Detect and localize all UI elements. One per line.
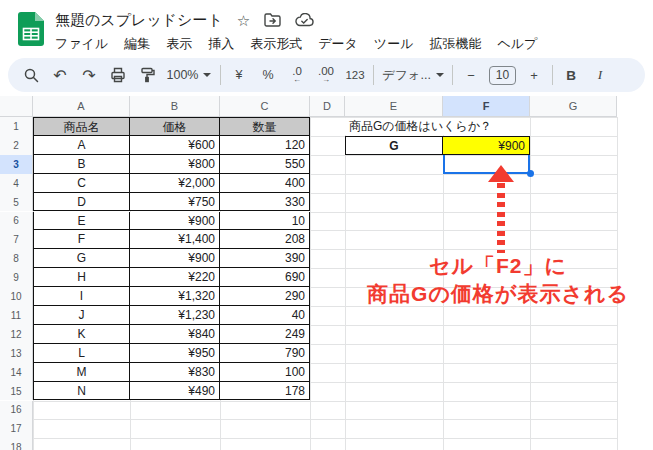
select-all-corner[interactable] — [0, 96, 33, 117]
column-header-F[interactable]: F — [443, 96, 530, 117]
menu-tools[interactable]: ツール — [366, 33, 422, 55]
redo-icon[interactable]: ↷ — [78, 63, 100, 87]
cell-B8[interactable]: ¥900 — [130, 249, 220, 268]
cell-A11[interactable]: J — [33, 306, 130, 325]
cell-B5[interactable]: ¥750 — [130, 193, 220, 212]
cell-C4[interactable]: 400 — [220, 174, 310, 193]
cell-C5[interactable]: 330 — [220, 193, 310, 212]
row-header-6[interactable]: 6 — [0, 212, 33, 231]
decrease-decimal-button[interactable]: .0← — [286, 63, 308, 87]
cell-C6[interactable]: 10 — [220, 212, 310, 231]
cell-C3[interactable]: 550 — [220, 155, 310, 174]
cell-A4[interactable]: C — [33, 174, 130, 193]
column-header-G[interactable]: G — [530, 96, 617, 117]
italic-button[interactable]: I — [589, 63, 611, 87]
cell-C8[interactable]: 390 — [220, 249, 310, 268]
bold-button[interactable]: B — [560, 63, 582, 87]
cell-A6[interactable]: E — [33, 212, 130, 231]
row-header-15[interactable]: 15 — [0, 382, 33, 401]
column-header-A[interactable]: A — [33, 96, 130, 117]
row-header-13[interactable]: 13 — [0, 344, 33, 363]
cell-A2[interactable]: A — [33, 136, 130, 155]
row-header-18[interactable]: 18 — [0, 438, 33, 450]
cell-A10[interactable]: I — [33, 287, 130, 306]
zoom-select[interactable]: 100% — [165, 63, 213, 87]
print-icon[interactable] — [107, 63, 129, 87]
undo-icon[interactable]: ↶ — [49, 63, 71, 87]
format-percent-button[interactable]: % — [257, 63, 279, 87]
cell-A12[interactable]: K — [33, 325, 130, 344]
cell-C7[interactable]: 208 — [220, 230, 310, 249]
cloud-saved-icon[interactable] — [295, 13, 314, 27]
font-size-input[interactable]: 10 — [489, 66, 516, 85]
row-header-1[interactable]: 1 — [0, 117, 33, 136]
menu-insert[interactable]: 挿入 — [200, 33, 242, 55]
menu-file[interactable]: ファイル — [47, 33, 116, 55]
format-currency-button[interactable]: ¥ — [228, 63, 250, 87]
cell-B12[interactable]: ¥840 — [130, 325, 220, 344]
cell-E1-question[interactable]: 商品Gの価格はいくらか？ — [345, 118, 496, 135]
row-header-10[interactable]: 10 — [0, 287, 33, 306]
sheets-logo[interactable] — [18, 12, 44, 46]
cell-B6[interactable]: ¥900 — [130, 212, 220, 231]
row-header-8[interactable]: 8 — [0, 249, 33, 268]
row-header-3[interactable]: 3 — [0, 155, 33, 174]
cell-B3[interactable]: ¥800 — [130, 155, 220, 174]
cell-B13[interactable]: ¥950 — [130, 344, 220, 363]
column-header-B[interactable]: B — [130, 96, 220, 117]
row-header-17[interactable]: 17 — [0, 419, 33, 438]
cell-B4[interactable]: ¥2,000 — [130, 174, 220, 193]
font-select[interactable]: デフォ... — [381, 63, 445, 87]
row-header-9[interactable]: 9 — [0, 268, 33, 287]
cell-A8[interactable]: G — [33, 249, 130, 268]
cell-C12[interactable]: 249 — [220, 325, 310, 344]
cell-B7[interactable]: ¥1,400 — [130, 230, 220, 249]
increase-font-size-button[interactable]: + — [523, 63, 545, 87]
row-header-2[interactable]: 2 — [0, 136, 33, 155]
decrease-font-size-button[interactable]: − — [460, 63, 482, 87]
cell-B14[interactable]: ¥830 — [130, 363, 220, 382]
cell-A13[interactable]: L — [33, 344, 130, 363]
star-icon[interactable]: ☆ — [237, 13, 250, 28]
menu-extensions[interactable]: 拡張機能 — [421, 33, 489, 55]
cell-C10[interactable]: 290 — [220, 287, 310, 306]
cell-C13[interactable]: 790 — [220, 344, 310, 363]
increase-decimal-button[interactable]: .00→ — [315, 63, 337, 87]
row-header-4[interactable]: 4 — [0, 174, 33, 193]
fill-handle[interactable] — [527, 170, 534, 177]
cell-A5[interactable]: D — [33, 193, 130, 212]
paint-format-icon[interactable] — [136, 63, 158, 87]
column-header-D[interactable]: D — [310, 96, 345, 117]
row-header-7[interactable]: 7 — [0, 230, 33, 249]
cell-A14[interactable]: M — [33, 363, 130, 382]
cell-C14[interactable]: 100 — [220, 363, 310, 382]
cell-F2-answer[interactable]: ¥900 — [443, 136, 530, 155]
menu-edit[interactable]: 編集 — [116, 33, 158, 55]
cell-C15[interactable]: 178 — [220, 382, 310, 401]
cell-C11[interactable]: 40 — [220, 306, 310, 325]
row-header-14[interactable]: 14 — [0, 363, 33, 382]
cell-B1[interactable]: 価格 — [130, 117, 220, 136]
menu-format[interactable]: 表示形式 — [242, 33, 310, 55]
cell-B9[interactable]: ¥220 — [130, 268, 220, 287]
search-icon[interactable] — [20, 63, 42, 87]
menu-help[interactable]: ヘルプ — [489, 33, 545, 55]
cell-A3[interactable]: B — [33, 155, 130, 174]
cell-B15[interactable]: ¥490 — [130, 382, 220, 401]
cell-A7[interactable]: F — [33, 230, 130, 249]
menu-view[interactable]: 表示 — [158, 33, 200, 55]
cell-C1[interactable]: 数量 — [220, 117, 310, 136]
cell-A15[interactable]: N — [33, 382, 130, 401]
column-header-E[interactable]: E — [345, 96, 443, 117]
cell-A9[interactable]: H — [33, 268, 130, 287]
move-to-folder-icon[interactable] — [264, 13, 281, 27]
menu-data[interactable]: データ — [310, 33, 366, 55]
cell-A1[interactable]: 商品名 — [33, 117, 130, 136]
cell-B11[interactable]: ¥1,230 — [130, 306, 220, 325]
row-header-16[interactable]: 16 — [0, 401, 33, 420]
document-title[interactable]: 無題のスプレッドシート — [55, 11, 223, 30]
row-header-12[interactable]: 12 — [0, 325, 33, 344]
cell-C9[interactable]: 690 — [220, 268, 310, 287]
cell-E2[interactable]: G — [345, 136, 443, 155]
column-header-C[interactable]: C — [220, 96, 310, 117]
